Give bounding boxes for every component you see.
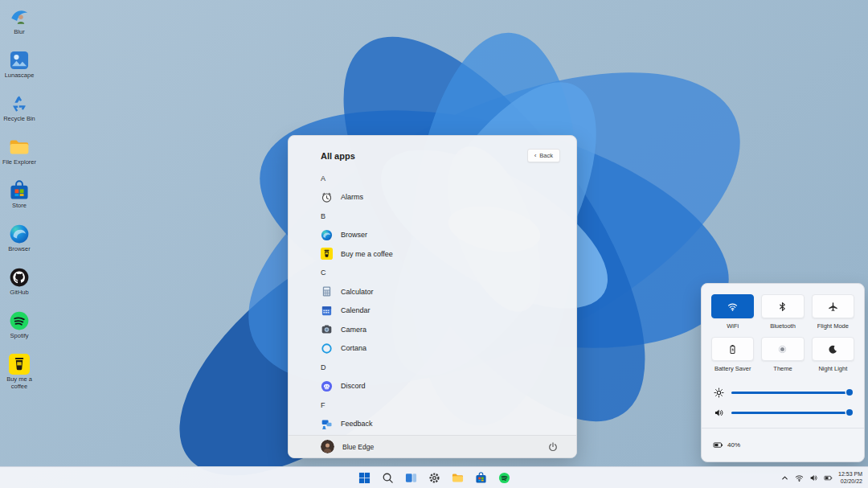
tray-volume-icon[interactable] — [809, 474, 818, 482]
desktop-icon-recycle-bin[interactable]: Recycle Bin — [1, 93, 38, 132]
taskbar-button-store[interactable] — [472, 469, 489, 486]
desktop-icon-blur[interactable]: Blur — [1, 6, 38, 45]
flight-mode-toggle[interactable] — [812, 294, 854, 318]
app-item-label: Camera — [341, 326, 366, 334]
camera-icon — [321, 323, 333, 335]
system-tray: 12:53 PM 02/20/22 — [780, 467, 862, 488]
desktop-icon-label: Blur — [14, 29, 24, 36]
power-button[interactable] — [547, 441, 559, 453]
github-icon — [9, 267, 30, 288]
desktop: BlurLunascapeRecycle BinFile ExplorerSto… — [0, 0, 868, 488]
discord-icon — [321, 380, 333, 392]
desktop-icon-spotify[interactable]: Spotify — [1, 310, 38, 349]
start-menu-all-apps: All apps ‹ Back AAlarmsBBrowserBuy me a … — [288, 135, 577, 458]
desktop-icon-label: Browser — [8, 246, 31, 253]
desktop-icon-label: Buy me a coffee — [2, 376, 37, 390]
section-letter-d[interactable]: D — [321, 358, 562, 377]
back-button-label: Back — [539, 152, 553, 159]
desktop-icon-label: File Explorer — [2, 159, 36, 166]
back-button[interactable]: ‹ Back — [527, 149, 560, 162]
coffee-icon — [321, 248, 333, 260]
tray-battery-icon[interactable] — [824, 474, 833, 482]
all-apps-list: AAlarmsBBrowserBuy me a coffeeCCalculato… — [289, 167, 576, 435]
section-letter-a[interactable]: A — [321, 169, 562, 188]
brightness-slider-row — [714, 385, 852, 400]
quick-setting-label: Theme — [773, 365, 792, 372]
app-item-buy-me-a-coffee[interactable]: Buy me a coffee — [321, 244, 562, 264]
app-item-calculator[interactable]: Calculator — [321, 282, 562, 301]
start-menu-header: All apps ‹ Back — [289, 136, 576, 167]
taskbar-button-file-explorer[interactable] — [448, 469, 466, 486]
clock-time: 12:53 PM — [838, 470, 862, 478]
brightness-slider-thumb[interactable] — [846, 389, 853, 396]
taskview-icon — [405, 472, 417, 484]
quick-settings-sliders — [711, 379, 854, 420]
section-letter-f[interactable]: F — [321, 396, 562, 415]
quick-setting-night-light: Night Light — [812, 337, 854, 372]
quick-settings-panel: WiFiBluetoothFlight ModeBattery SaverThe… — [701, 283, 865, 462]
gear-icon — [428, 472, 440, 484]
battery-saver-toggle[interactable] — [711, 337, 754, 361]
theme-toggle[interactable] — [761, 337, 804, 361]
taskbar-button-spotify[interactable] — [495, 469, 513, 486]
desktop-icon-buy-me-a-coffee[interactable]: Buy me a coffee — [1, 354, 38, 392]
volume-slider[interactable] — [731, 412, 852, 414]
spotify-icon — [498, 472, 510, 484]
app-item-browser[interactable]: Browser — [321, 226, 562, 245]
taskbar: 12:53 PM 02/20/22 — [0, 466, 868, 488]
taskbar-button-task-view[interactable] — [402, 469, 420, 486]
all-apps-title: All apps — [321, 151, 355, 161]
app-item-label: Calendar — [341, 306, 371, 314]
wifi-icon — [727, 301, 738, 312]
taskbar-button-start[interactable] — [355, 469, 373, 486]
battery-percent: 40% — [727, 441, 740, 449]
sun-icon — [714, 388, 724, 398]
desktop-icon-label: GitHub — [10, 289, 28, 297]
user-avatar[interactable] — [321, 440, 334, 453]
user-name[interactable]: Blue Edge — [342, 443, 374, 451]
app-item-label: Alarms — [341, 193, 363, 201]
tray-hidden-icons-icon[interactable] — [780, 474, 789, 482]
app-item-discord[interactable]: Discord — [321, 377, 562, 396]
desktop-icon-store[interactable]: Store — [1, 180, 38, 219]
volume-slider-fill — [731, 412, 850, 414]
battery-icon — [713, 440, 723, 450]
start-menu-user-bar: Blue Edge — [289, 435, 576, 457]
taskbar-button-search[interactable] — [379, 469, 396, 486]
desktop-icon-file-explorer[interactable]: File Explorer — [1, 137, 38, 175]
app-item-label: Feedback — [341, 420, 373, 428]
app-item-feedback[interactable]: Feedback — [321, 415, 562, 434]
bluetooth-toggle[interactable] — [761, 294, 804, 318]
volume-slider-thumb[interactable] — [846, 409, 853, 416]
section-letter-c[interactable]: C — [321, 264, 562, 283]
edge-icon — [321, 229, 333, 241]
desktop-icon-lunascape[interactable]: Lunascape — [1, 50, 38, 88]
taskbar-clock[interactable]: 12:53 PM 02/20/22 — [838, 470, 862, 485]
desktop-icon-github[interactable]: GitHub — [1, 267, 38, 306]
calculator-icon — [321, 285, 333, 297]
app-item-camera[interactable]: Camera — [321, 320, 562, 339]
quick-setting-label: Battery Saver — [714, 365, 751, 372]
quick-settings-footer: 40% — [702, 428, 864, 461]
quick-setting-wifi: WiFi — [711, 294, 754, 330]
tray-network-icon[interactable] — [795, 474, 804, 482]
taskbar-button-settings[interactable] — [425, 469, 443, 486]
quick-setting-label: Flight Mode — [817, 322, 849, 330]
volume-slider-row — [714, 405, 852, 420]
desktop-icon-browser[interactable]: Browser — [1, 223, 38, 262]
quick-setting-theme: Theme — [761, 337, 804, 372]
section-letter-b[interactable]: B — [321, 207, 562, 226]
night-light-toggle[interactable] — [812, 337, 854, 361]
taskbar-center — [355, 467, 513, 488]
app-item-alarms[interactable]: Alarms — [321, 188, 562, 207]
app-item-cortana[interactable]: Cortana — [321, 339, 562, 359]
wifi-toggle[interactable] — [711, 294, 754, 318]
clock-date: 02/20/22 — [838, 478, 862, 485]
alarms-icon — [321, 191, 333, 203]
feedback-icon — [321, 418, 333, 430]
lunascape-icon — [9, 50, 30, 71]
app-item-calendar[interactable]: Calendar — [321, 301, 562, 321]
brightness-slider-fill — [731, 392, 850, 394]
desktop-icon-grid: BlurLunascapeRecycle BinFile ExplorerSto… — [1, 6, 38, 397]
brightness-slider[interactable] — [731, 392, 852, 394]
